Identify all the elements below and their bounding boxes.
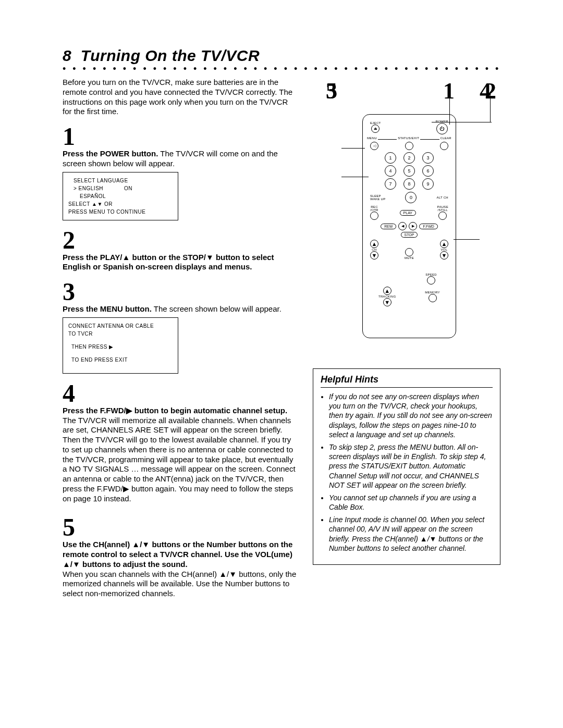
mute-label: MUTE — [405, 256, 414, 260]
page-heading: Turning On the TV/VCR — [81, 47, 260, 64]
step-2-bold: Press the PLAY/▲ button or the STOP/▼ bu… — [63, 253, 274, 272]
clear-label: CLEAR — [440, 137, 452, 140]
osd1-line: ESPAÑOL — [68, 192, 173, 200]
step-number-1: 1 — [63, 124, 297, 149]
num-6: 6 — [422, 165, 434, 177]
hint-item: You cannot set up channels if you are us… — [329, 493, 493, 512]
osd1-line: SELECT LANGUAGE — [68, 177, 173, 184]
step-4: Press the F.FWD/▶ button to begin automa… — [63, 406, 297, 504]
page-title: 8 Turning On the TV/VCR — [63, 47, 500, 65]
num-2: 2 — [403, 152, 415, 164]
speed-button — [427, 276, 435, 285]
step-5: Use the CH(annel) ▲/▼ buttons or the Num… — [63, 540, 297, 569]
step-4-bold: Press the F.FWD/▶ button to begin automa… — [63, 406, 287, 415]
memory-button — [429, 294, 437, 302]
osd-screen-2: CONNECT ANTENNA OR CABLE TO TVCR THEN PR… — [63, 317, 178, 374]
ch-down-button: ▼ — [370, 251, 378, 260]
callout-5: 5 — [326, 78, 337, 104]
menu-button: ◁ — [370, 142, 378, 150]
stop-button: STOP — [401, 232, 418, 238]
hints-title: Helpful Hints — [321, 374, 493, 388]
pause-button — [438, 212, 447, 220]
step-number-4: 4 — [63, 381, 297, 406]
step-number-5: 5 — [63, 515, 297, 540]
status-label: STATUS/EXIT — [398, 137, 419, 140]
remote-body: EJECT ⏏ POWER ⏻ MENU STATUS/EXIT CL — [362, 114, 456, 338]
ffwd-button: F.FWD — [419, 224, 437, 229]
num-3: 3 — [422, 152, 434, 164]
sleep-label: SLEEP WAKE UP — [370, 194, 386, 201]
clear-button — [440, 142, 448, 150]
mute-button — [405, 248, 413, 256]
helpful-hints-box: Helpful Hints If you do not see any on-s… — [313, 368, 500, 565]
num-9: 9 — [422, 178, 434, 190]
osd2-line: TO END PRESS EXIT — [68, 356, 173, 364]
step-number-3: 3 — [63, 279, 297, 304]
diagram-column: 1 2 3 5 4 EJECT ⏏ — [313, 78, 500, 599]
remote-diagram: 1 2 3 5 4 EJECT ⏏ — [313, 78, 500, 359]
nav-left-icon: ◀ — [398, 222, 407, 230]
altch-label: ALT CH — [436, 196, 448, 199]
osd2-line: THEN PRESS ▶ — [68, 343, 173, 351]
osd2-line: CONNECT ANTENNA OR CABLE — [68, 322, 173, 330]
menu-label: MENU — [367, 137, 377, 140]
osd-screen-1: SELECT LANGUAGE > ENGLISHON ESPAÑOL SELE… — [63, 172, 178, 220]
osd1-line: PRESS MENU TO CONTINUE — [68, 208, 173, 216]
rec-label: REC /OTR — [370, 205, 378, 212]
osd2-line: TO TVCR — [68, 330, 173, 338]
intro-text: Before you turn on the TV/VCR, make sure… — [63, 78, 297, 117]
step-3-bold: Press the MENU button. — [63, 304, 152, 313]
ch-up-button: ▲ — [370, 240, 378, 248]
step-number-2: 2 — [63, 228, 297, 253]
num-8: 8 — [403, 178, 415, 190]
num-4: 4 — [385, 165, 396, 177]
page-number: 8 — [63, 47, 71, 64]
osd1-line: SELECT ▲▼ OR — [68, 200, 173, 208]
play-button: PLAY — [400, 210, 416, 216]
rew-button: REW — [381, 224, 396, 229]
rec-button — [370, 212, 378, 220]
manual-page: 8 Turning On the TV/VCR • • • • • • • • … — [0, 0, 563, 728]
step-2: Press the PLAY/▲ button or the STOP/▼ bu… — [63, 253, 297, 273]
callout-1: 1 — [443, 78, 455, 104]
nav-right-icon: ▶ — [409, 222, 417, 230]
vol-up-button: ▲ — [440, 240, 448, 248]
hint-item: Line Input mode is channel 00. When you … — [329, 515, 493, 553]
num-0: 0 — [405, 192, 417, 203]
hint-item: To skip step 2, press the MENU button. A… — [329, 442, 493, 490]
hint-item: If you do not see any on-screen displays… — [329, 392, 493, 439]
status-button — [405, 142, 413, 150]
instructions-column: Before you turn on the TV/VCR, make sure… — [63, 78, 297, 599]
step-1: Press the POWER button. The TV/VCR will … — [63, 149, 297, 169]
divider-dots: • • • • • • • • • • • • • • • • • • • • … — [63, 64, 500, 75]
step-4-text: The TV/VCR will memorize all available c… — [63, 416, 296, 503]
power-button: ⏻ — [436, 123, 448, 134]
vol-down-button: ▼ — [440, 251, 448, 260]
callout-4: 4 — [480, 78, 491, 104]
pause-label: PAUSE /STILL — [437, 205, 448, 212]
osd1-line: > ENGLISH — [74, 184, 103, 192]
step-1-bold: Press the POWER button. — [63, 149, 158, 158]
eject-button: ⏏ — [371, 125, 380, 133]
track-up-button: ▲ — [383, 287, 391, 295]
step-3: Press the MENU button. The screen shown … — [63, 304, 297, 314]
track-down-button: ▼ — [383, 298, 391, 306]
num-1: 1 — [385, 152, 396, 164]
step-5-bold: Use the CH(annel) ▲/▼ buttons or the Num… — [63, 540, 292, 569]
num-5: 5 — [403, 165, 415, 177]
step-5-cont: When you scan channels with the CH(annel… — [63, 570, 297, 599]
osd1-line: ON — [124, 184, 132, 192]
num-7: 7 — [385, 178, 396, 190]
step-3-text: The screen shown below will appear. — [152, 304, 282, 313]
